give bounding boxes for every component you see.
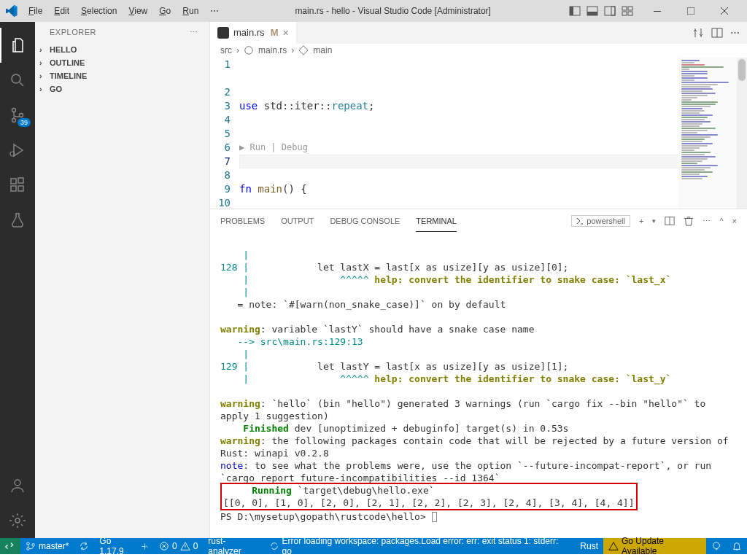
- new-terminal-icon[interactable]: +: [639, 217, 643, 225]
- activity-debug[interactable]: [0, 133, 35, 168]
- titlebar: File Edit Selection View Go Run ⋯ main.r…: [0, 0, 747, 22]
- svg-rect-18: [11, 186, 16, 191]
- svg-point-25: [245, 47, 253, 55]
- split-editor-icon[interactable]: [711, 27, 723, 39]
- maximize-panel-icon[interactable]: ^: [719, 217, 723, 225]
- status-sync[interactable]: [74, 538, 94, 554]
- window-minimize-button[interactable]: [640, 0, 674, 22]
- editor-tabs: main.rs M × ⋯: [210, 22, 747, 44]
- rust-file-icon: [217, 27, 229, 39]
- activity-bar: 39: [0, 22, 35, 538]
- panel-tab-terminal[interactable]: TERMINAL: [416, 211, 457, 232]
- activity-search[interactable]: [0, 63, 35, 98]
- svg-point-15: [20, 114, 23, 117]
- codelens-run-debug[interactable]: ▶ Run | Debug: [239, 141, 747, 155]
- svg-rect-26: [299, 46, 308, 55]
- status-notifications-icon[interactable]: [727, 538, 747, 554]
- symbol-function-icon: [298, 45, 309, 55]
- status-error-msg[interactable]: Error loading workspace: packages.Load e…: [264, 538, 576, 554]
- panel-tab-problems[interactable]: PROBLEMS: [220, 211, 265, 231]
- svg-rect-17: [11, 179, 16, 184]
- svg-point-21: [15, 480, 20, 486]
- compare-changes-icon[interactable]: [692, 27, 704, 39]
- svg-rect-4: [605, 7, 615, 15]
- line-gutter: 1 2 3 4 5 6 7 8 9 10 11 12: [210, 58, 239, 209]
- code-editor[interactable]: 1 2 3 4 5 6 7 8 9 10 11 12 use std::iter…: [210, 58, 747, 209]
- toggle-panel-icon[interactable]: [587, 5, 598, 17]
- menu-go[interactable]: Go: [154, 3, 176, 19]
- menu-file[interactable]: File: [23, 3, 47, 19]
- status-problems[interactable]: 0 0: [154, 538, 203, 554]
- svg-point-29: [27, 542, 30, 545]
- bottom-panel: PROBLEMS OUTPUT DEBUG CONSOLE TERMINAL p…: [210, 209, 747, 538]
- activity-testing[interactable]: [0, 203, 35, 238]
- close-panel-icon[interactable]: ×: [732, 217, 737, 225]
- window-maximize-button[interactable]: [674, 0, 708, 22]
- panel-tab-debug[interactable]: DEBUG CONSOLE: [330, 211, 400, 231]
- statusbar: master* Go 1.17.9 0 0 rust-analyzer Erro…: [0, 538, 747, 554]
- section-go[interactable]: ›GO: [35, 82, 209, 96]
- customize-layout-icon[interactable]: [622, 5, 633, 17]
- svg-rect-5: [611, 7, 615, 15]
- svg-point-22: [15, 518, 20, 523]
- terminal-dropdown-icon[interactable]: ▾: [652, 217, 656, 225]
- kill-terminal-icon[interactable]: [684, 216, 694, 226]
- status-feedback-icon[interactable]: [706, 538, 727, 554]
- split-terminal-icon[interactable]: [665, 216, 675, 226]
- layout-controls: [562, 5, 640, 17]
- svg-rect-9: [628, 12, 632, 15]
- svg-rect-7: [628, 7, 632, 10]
- menu-run[interactable]: Run: [177, 3, 204, 19]
- svg-rect-6: [622, 7, 627, 10]
- menu-edit[interactable]: Edit: [49, 3, 74, 19]
- menu-selection[interactable]: Selection: [76, 3, 122, 19]
- svg-rect-1: [570, 7, 573, 15]
- svg-point-30: [27, 548, 30, 551]
- menu-view[interactable]: View: [123, 3, 152, 19]
- editor-area: main.rs M × ⋯ src › main.rs › main 1 2 3: [210, 22, 747, 538]
- status-go-version[interactable]: Go 1.17.9: [94, 538, 154, 554]
- explorer-more-icon[interactable]: ⋯: [190, 28, 198, 37]
- status-go-update[interactable]: Go Update Available: [603, 538, 706, 554]
- activity-source-control[interactable]: 39: [0, 98, 35, 133]
- section-hello[interactable]: ›HELLO: [35, 43, 209, 56]
- svg-rect-3: [587, 12, 597, 15]
- terminal-output[interactable]: | 128 | let lastX = last[x as usize][y a…: [210, 233, 747, 538]
- activity-settings[interactable]: [0, 503, 35, 538]
- panel-tab-output[interactable]: OUTPUT: [281, 211, 314, 231]
- tab-main-rs[interactable]: main.rs M ×: [210, 22, 297, 44]
- scm-badge: 39: [18, 118, 31, 127]
- vscode-logo-icon: [6, 5, 18, 17]
- section-timeline[interactable]: ›TIMELINE: [35, 69, 209, 82]
- panel-more-icon[interactable]: ⋯: [703, 217, 711, 226]
- section-outline[interactable]: ›OUTLINE: [35, 56, 209, 69]
- svg-point-31: [32, 544, 35, 547]
- status-branch[interactable]: master*: [20, 538, 74, 554]
- svg-rect-11: [687, 7, 694, 15]
- toggle-primary-sidebar-icon[interactable]: [569, 5, 581, 17]
- terminal-cursor: [432, 512, 437, 522]
- tab-close-icon[interactable]: ×: [282, 27, 288, 39]
- status-rust-analyzer[interactable]: rust-analyzer: [203, 538, 263, 554]
- status-remote[interactable]: [0, 538, 20, 554]
- explorer-title: EXPLORER: [50, 28, 96, 37]
- activity-accounts[interactable]: [0, 468, 35, 503]
- terminal-shell-select[interactable]: powershell: [571, 215, 630, 227]
- svg-point-13: [12, 109, 16, 112]
- status-language[interactable]: Rust: [575, 538, 603, 554]
- toggle-secondary-sidebar-icon[interactable]: [604, 5, 616, 17]
- svg-point-34: [713, 542, 720, 549]
- activity-extensions[interactable]: [0, 168, 35, 203]
- breadcrumb[interactable]: src › main.rs › main: [210, 44, 747, 58]
- svg-point-14: [12, 119, 16, 122]
- svg-point-12: [12, 74, 20, 83]
- window-title: main.rs - hello - Visual Studio Code [Ad…: [224, 6, 562, 16]
- svg-rect-20: [18, 178, 23, 183]
- svg-rect-8: [622, 12, 627, 15]
- explorer-sidebar: EXPLORER ⋯ ›HELLO ›OUTLINE ›TIMELINE ›GO: [35, 22, 210, 538]
- svg-rect-10: [654, 11, 661, 12]
- editor-more-icon[interactable]: ⋯: [730, 27, 740, 38]
- activity-explorer[interactable]: [0, 28, 35, 63]
- menu-more[interactable]: ⋯: [205, 3, 224, 19]
- window-close-button[interactable]: [708, 0, 741, 22]
